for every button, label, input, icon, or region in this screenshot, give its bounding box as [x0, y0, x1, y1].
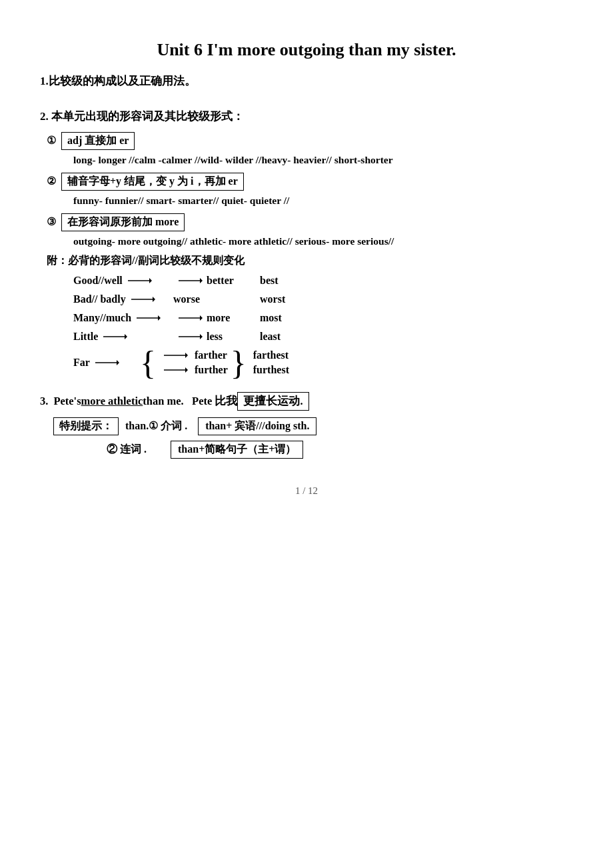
rule-2: ② 辅音字母+y 结尾，变 y 为 i，再加 er funny- funnier…: [47, 173, 573, 207]
arrow-little2: [177, 331, 203, 343]
svg-marker-17: [185, 353, 188, 358]
arrow-many: [135, 312, 161, 324]
section-3-line1: 3. Pete's more athletic than me. Pete 比我…: [40, 392, 573, 411]
ir-comp-little: less: [173, 331, 260, 343]
further-row: further: [159, 364, 228, 376]
note-row-1: 特别提示： than.① 介词 . than+ 宾语///doing sth.: [53, 417, 573, 435]
section-3-underline: more athletic: [81, 395, 143, 408]
svg-marker-19: [185, 367, 188, 373]
note-box-2: than+简略句子（主+谓）: [171, 441, 303, 459]
arrow-bad: [130, 293, 155, 305]
ir-sup-bad: worst: [260, 293, 340, 305]
ir-base-bad: Bad// badly: [73, 293, 173, 305]
irregular-section: 附：必背的形容词//副词比较级不规则变化 Good//well: [47, 254, 573, 376]
svg-marker-7: [158, 315, 161, 321]
arrow-far: [94, 357, 119, 369]
irregular-row-good: Good//well bette: [73, 275, 573, 287]
ir-comp-bad: worse: [173, 293, 260, 305]
note-special-label: 特别提示：: [53, 417, 119, 435]
note-box-1: than+ 宾语///doing sth.: [198, 417, 316, 435]
section-3-sentence2: Pete 比我: [192, 394, 237, 409]
arrow-good2: [177, 275, 203, 287]
note-2-text: ② 连词 .: [107, 443, 147, 457]
ir-sup-good: best: [260, 275, 340, 287]
section-1: 1.比较级的构成以及正确用法。: [40, 73, 573, 89]
farther-row: farther: [159, 349, 228, 361]
svg-marker-15: [117, 360, 119, 365]
page-footer: 1 / 12: [40, 485, 573, 497]
ir-base-good: Good//well: [73, 275, 173, 287]
further-text: further: [195, 364, 228, 376]
rule-1-num: ①: [47, 135, 56, 146]
ir-base-many: Many//much: [73, 312, 173, 324]
page-title: Unit 6 I'm more outgoing than my sister.: [40, 40, 573, 60]
irregular-row-many: Many//much more: [73, 312, 573, 324]
rule-2-box: 辅音字母+y 结尾，变 y 为 i，再加 er: [61, 173, 244, 191]
section-1-header: 1.比较级的构成以及正确用法。: [40, 73, 573, 89]
svg-marker-3: [200, 278, 203, 283]
irregular-table: Good//well bette: [73, 275, 573, 376]
ir-comp-many: more: [173, 312, 260, 324]
svg-marker-9: [200, 315, 203, 321]
irregular-row-bad: Bad// badly worse worst: [73, 293, 573, 305]
note-than-text: than.① 介词 .: [125, 419, 187, 433]
rule-1-examples: long- longer //calm -calmer //wild- wild…: [73, 154, 573, 166]
section-2-header: 2. 本单元出现的形容词及其比较级形式：: [40, 109, 573, 124]
far-superlatives: farthest furthest: [253, 349, 289, 376]
irregular-row-far: Far {: [73, 349, 573, 376]
ir-base-far: Far: [73, 357, 140, 369]
arrow-good: [127, 275, 152, 287]
svg-marker-11: [125, 334, 127, 339]
rule-1-box: adj 直接加 er: [61, 132, 135, 150]
section-3-sentence1-start: Pete's: [53, 395, 81, 408]
far-bracket-group: { farther: [140, 349, 247, 376]
ir-sup-little: least: [260, 331, 340, 343]
irregular-row-little: Little less: [73, 331, 573, 343]
note-row-2: ② 连词 . than+简略句子（主+谓）: [107, 441, 573, 459]
section-3-highlight: 更擅长运动.: [237, 392, 308, 411]
ir-sup-many: most: [260, 312, 340, 324]
ir-comp-good: better: [173, 275, 260, 287]
arrow-further: [163, 364, 188, 376]
arrow-little: [102, 331, 127, 343]
svg-marker-5: [153, 297, 155, 302]
farther-text: farther: [195, 349, 227, 361]
arrow-farther: [163, 349, 188, 361]
ir-base-little: Little: [73, 331, 173, 343]
section-2: 2. 本单元出现的形容词及其比较级形式： ① adj 直接加 er long- …: [40, 109, 573, 376]
section-3-num: 3.: [40, 395, 48, 408]
rule-3-examples: outgoing- more outgoing// athletic- more…: [73, 235, 573, 247]
bracket-open: {: [140, 349, 156, 376]
svg-marker-13: [200, 334, 203, 339]
far-comparatives: farther further: [159, 349, 228, 376]
rule-3: ③ 在形容词原形前加 more outgoing- more outgoing/…: [47, 213, 573, 247]
furthest-text: furthest: [253, 364, 289, 376]
arrow-many2: [177, 312, 203, 324]
section-3: 3. Pete's more athletic than me. Pete 比我…: [40, 392, 573, 459]
irregular-label: 附：必背的形容词//副词比较级不规则变化: [47, 254, 573, 268]
rule-3-num: ③: [47, 216, 56, 227]
section-3-sentence1-end: than me.: [143, 395, 183, 408]
farthest-text: farthest: [253, 349, 289, 361]
rule-2-num: ②: [47, 175, 56, 187]
rule-3-box: 在形容词原形前加 more: [61, 213, 185, 231]
svg-marker-1: [149, 278, 152, 283]
bracket-close: }: [231, 349, 247, 376]
rule-1: ① adj 直接加 er long- longer //calm -calmer…: [47, 132, 573, 166]
rule-2-examples: funny- funnier// smart- smarter// quiet-…: [73, 195, 573, 207]
